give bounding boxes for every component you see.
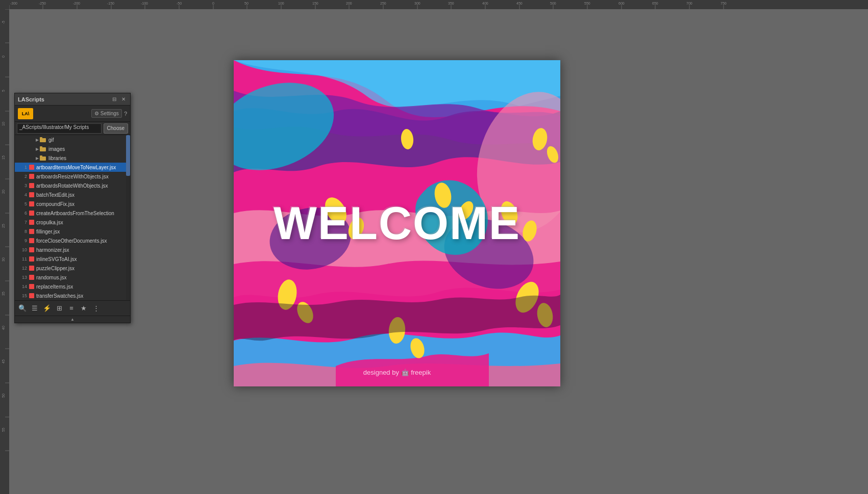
svg-text:600: 600: [618, 2, 625, 5]
settings-gear-icon: ⚙: [94, 111, 99, 116]
svg-text:25: 25: [2, 224, 5, 228]
panel-controls: ⊟ ✕: [111, 96, 127, 103]
svg-text:450: 450: [516, 2, 523, 5]
list-item[interactable]: 3 artboardsRotateWithObjects.jsx: [15, 181, 130, 190]
jsx-icon: [29, 201, 35, 207]
ruler-left: -5 0 5 10 15 20 25 30 35 40 45 50 55: [0, 9, 9, 494]
list-item[interactable]: ▶ gif: [15, 135, 130, 144]
panel-title: LAScripts: [18, 96, 44, 102]
jsx-icon: [29, 210, 35, 216]
scrollbar-thumb[interactable]: [126, 135, 130, 176]
layers-button[interactable]: ≡: [66, 303, 77, 314]
svg-rect-94: [40, 147, 46, 151]
svg-text:-100: -100: [141, 2, 148, 5]
grid-button[interactable]: ⊞: [54, 303, 65, 314]
folder-icon: [40, 137, 46, 143]
svg-text:10: 10: [2, 122, 5, 126]
list-item[interactable]: 15 transferSwatches.jsx: [15, 291, 130, 300]
list-item[interactable]: 9 forceCloseOtherDocuments.jsx: [15, 236, 130, 245]
jsx-icon: [29, 274, 35, 280]
svg-rect-95: [40, 146, 42, 148]
svg-text:500: 500: [550, 2, 556, 5]
svg-text:20: 20: [2, 190, 5, 194]
svg-text:750: 750: [721, 2, 727, 5]
svg-text:45: 45: [2, 359, 5, 363]
svg-text:100: 100: [278, 2, 284, 5]
list-item[interactable]: ▶ images: [15, 144, 130, 153]
grid-icon: ⊞: [57, 304, 62, 312]
collapse-arrow-icon: ▲: [70, 317, 75, 322]
svg-rect-97: [40, 155, 42, 157]
list-item[interactable]: 6 createArtboardsFromTheSelection: [15, 209, 130, 218]
svg-text:300: 300: [414, 2, 420, 5]
jsx-icon: [29, 265, 35, 271]
svg-text:400: 400: [482, 2, 488, 5]
jsx-icon: [29, 173, 35, 179]
list-item[interactable]: 11 inlineSVGToAI.jsx: [15, 254, 130, 264]
panel-choose-button[interactable]: Choose: [104, 123, 128, 134]
jsx-icon: [29, 228, 35, 235]
svg-text:0: 0: [212, 2, 214, 5]
panel-path-display: _AScripts/Illustrator/My Scripts: [17, 123, 102, 134]
list-button[interactable]: ☰: [29, 303, 40, 314]
panel-toolbar: 🔍 ☰ ⚡ ⊞ ≡ ★ ⋮: [15, 300, 130, 316]
jsx-icon: [29, 192, 35, 198]
panel-settings-button[interactable]: ⚙ Settings: [91, 109, 122, 118]
svg-text:150: 150: [312, 2, 318, 5]
menu-icon: ⋮: [93, 304, 100, 312]
svg-text:-200: -200: [73, 2, 80, 5]
list-item[interactable]: 5 compoundFix.jsx: [15, 199, 130, 209]
jsx-icon: [29, 183, 35, 189]
panel-help-button[interactable]: ?: [124, 111, 127, 117]
ruler-top: -300 -250 -200 -150 -100 -50 0 50 100 15…: [9, 0, 868, 9]
search-button[interactable]: 🔍: [17, 303, 28, 314]
svg-text:30: 30: [2, 257, 5, 262]
layers-icon: ≡: [69, 304, 73, 312]
panel-titlebar: LAScripts ⊟ ✕: [15, 93, 130, 106]
welcome-bg: WELCOME designed by 🤖 freepik: [234, 60, 560, 386]
jsx-icon: [29, 164, 35, 170]
svg-text:5: 5: [2, 90, 5, 92]
jsx-icon: [29, 283, 35, 290]
list-item[interactable]: 8 fillinger.jsx: [15, 227, 130, 236]
jsx-icon: [29, 293, 35, 299]
svg-text:50: 50: [2, 394, 5, 398]
list-item[interactable]: 12 puzzleClipper.jsx: [15, 264, 130, 273]
artboard: WELCOME designed by 🤖 freepik: [234, 60, 560, 386]
svg-text:-150: -150: [107, 2, 114, 5]
panel-collapse-bar[interactable]: ▲: [15, 316, 130, 323]
list-item[interactable]: 7 cropulka.jsx: [15, 218, 130, 227]
svg-text:-50: -50: [177, 2, 182, 5]
svg-text:0: 0: [2, 56, 5, 58]
scrollbar-track[interactable]: [126, 135, 130, 300]
bolt-button[interactable]: ⚡: [41, 303, 53, 314]
panel-logo-text: LA\: [22, 111, 30, 116]
designed-by-text: designed by 🤖 freepik: [363, 369, 431, 376]
panel-logo-bar: LA\ ⚙ Settings ?: [15, 106, 130, 122]
svg-text:55: 55: [2, 428, 5, 432]
settings-label: Settings: [101, 111, 119, 116]
list-item[interactable]: 2 artboardsResizeWithObjects.jsx: [15, 172, 130, 181]
panel-logo: LA\: [18, 108, 33, 119]
jsx-icon: [29, 238, 35, 244]
list-item[interactable]: ▶ libraries: [15, 153, 130, 163]
list-item[interactable]: 14 replaceItems.jsx: [15, 282, 130, 291]
lascripts-panel: LAScripts ⊟ ✕ LA\ ⚙ Settings ? _AScripts…: [14, 93, 131, 323]
ruler-corner: [0, 0, 9, 9]
panel-minimize-button[interactable]: ⊟: [111, 96, 118, 103]
jsx-icon: [29, 247, 35, 253]
star-button[interactable]: ★: [78, 303, 89, 314]
list-item[interactable]: 10 harmonizer.jsx: [15, 245, 130, 254]
jsx-icon: [29, 256, 35, 262]
panel-close-button[interactable]: ✕: [120, 96, 127, 103]
list-item[interactable]: 4 batchTextEdit.jsx: [15, 190, 130, 199]
svg-text:15: 15: [2, 155, 5, 160]
svg-text:-300: -300: [10, 2, 17, 5]
file-list[interactable]: ▶ gif ▶ images ▶: [15, 135, 130, 300]
list-item[interactable]: 13 randomus.jsx: [15, 273, 130, 282]
svg-text:-250: -250: [39, 2, 46, 5]
svg-text:550: 550: [584, 2, 590, 5]
menu-button[interactable]: ⋮: [90, 303, 102, 314]
welcome-text: WELCOME: [274, 197, 520, 250]
list-item[interactable]: 1 artboardItemsMoveToNewLayer.jsx: [15, 163, 130, 172]
